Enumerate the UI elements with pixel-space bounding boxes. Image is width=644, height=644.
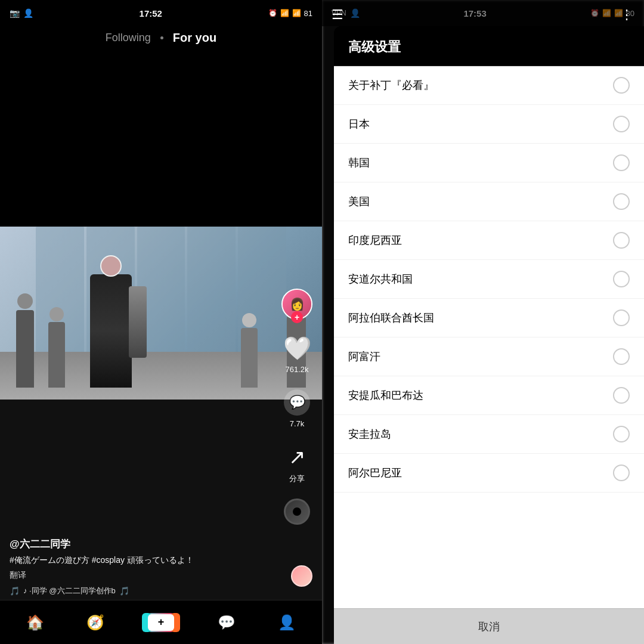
settings-label-2: 韩国 (348, 156, 370, 170)
video-username[interactable]: @六二二同学 (10, 537, 274, 551)
hamburger-menu[interactable]: ☰ (332, 7, 343, 23)
user-avatar-small[interactable] (291, 565, 312, 587)
music-disc (284, 499, 310, 525)
comment-count: 7.7k (290, 419, 305, 428)
left-status-icons: ⏰ 📶 📶 81 (268, 9, 312, 18)
for-you-tab[interactable]: For you (173, 31, 216, 45)
settings-item-4[interactable]: 印度尼西亚 (334, 221, 644, 260)
settings-item-5[interactable]: 安道尔共和国 (334, 260, 644, 299)
settings-label-8: 安提瓜和巴布达 (348, 388, 423, 402)
top-navigation: Following For you (0, 26, 322, 49)
share-button[interactable]: ↗ 分享 (283, 442, 311, 484)
settings-label-6: 阿拉伯联合酋长国 (348, 311, 434, 325)
settings-label-4: 印度尼西亚 (348, 233, 402, 247)
crowd-4 (241, 328, 258, 388)
translate-button[interactable]: 翻译 (10, 570, 274, 581)
radio-btn-5[interactable] (613, 271, 630, 287)
radio-btn-3[interactable] (613, 193, 630, 210)
left-status-left: 📷 👤 (10, 8, 33, 18)
add-button[interactable]: + (147, 613, 175, 632)
settings-label-3: 美国 (348, 194, 370, 209)
user-icon: 👤 (23, 8, 33, 18)
settings-item-2[interactable]: 韩国 (334, 144, 644, 182)
settings-item-8[interactable]: 安提瓜和巴布达 (334, 376, 644, 415)
share-label: 分享 (289, 473, 305, 484)
crowd-head-2 (49, 307, 64, 321)
settings-label-0: 关于补丁『必看』 (348, 78, 434, 92)
music-note-icon: 🎵 (10, 586, 20, 596)
settings-item-7[interactable]: 阿富汗 (334, 338, 644, 376)
modal-footer[interactable]: 取消 (334, 608, 644, 644)
radio-btn-10[interactable] (613, 465, 630, 481)
music-text: ♪ ·同学 @六二二同学创作b (23, 586, 116, 596)
settings-item-9[interactable]: 安圭拉岛 (334, 415, 644, 454)
right-panel: VPN 👤 17:53 ⏰ 📶 📶 80 7ms ✕ 17ms ✕ 5ms ✕ … (322, 0, 644, 644)
left-status-bar: 📷 👤 17:52 ⏰ 📶 📶 81 (0, 0, 322, 26)
heart-icon: 🤍 (283, 334, 311, 363)
settings-label-5: 安道尔共和国 (348, 272, 413, 286)
like-button[interactable]: 🤍 761.2k (283, 334, 311, 374)
cosplay-figure (90, 274, 132, 388)
alarm-icon: ⏰ (268, 9, 277, 17)
camera-icon: 📷 (10, 8, 20, 18)
signal-icon: 📶 (292, 9, 301, 17)
plus-icon: + (148, 614, 174, 631)
home-tab[interactable]: 🏠 (26, 614, 44, 631)
dots-vertical-icon[interactable]: ⋮ (620, 7, 634, 22)
radio-btn-4[interactable] (613, 232, 630, 249)
crowd-head-4 (242, 313, 256, 327)
video-info: @六二二同学 #俺流ゲームの遊び方 #cosplay 頑張っているよ！ 翻译 🎵… (10, 537, 274, 596)
create-tab[interactable]: + (147, 613, 175, 632)
music-note-2: 🎵 (119, 586, 129, 596)
left-panel: 📷 👤 17:52 ⏰ 📶 📶 81 Following For you (0, 0, 322, 644)
bottom-navigation: 🏠 🧭 + 💬 👤 (0, 600, 322, 644)
settings-item-10[interactable]: 阿尔巴尼亚 (334, 454, 644, 493)
radio-btn-9[interactable] (613, 426, 630, 442)
settings-item-1[interactable]: 日本 (334, 105, 644, 144)
radio-btn-1[interactable] (613, 116, 630, 132)
settings-modal: 高级设置 关于补丁『必看』 日本 韩国 美国 (334, 26, 644, 644)
radio-btn-2[interactable] (613, 154, 630, 171)
video-tags[interactable]: #俺流ゲームの遊び方 #cosplay 頑張っているよ！ (10, 555, 274, 566)
video-frame[interactable] (0, 227, 322, 400)
radio-btn-0[interactable] (613, 77, 630, 94)
crowd-2 (48, 322, 65, 388)
modal-list: 关于补丁『必看』 日本 韩国 美国 印度尼西亚 (334, 66, 644, 610)
explore-tab[interactable]: 🧭 (86, 614, 104, 631)
compass-icon: 🧭 (86, 614, 104, 631)
music-row: 🎵 ♪ ·同学 @六二二同学创作b 🎵 (10, 586, 274, 596)
left-time: 17:52 (140, 8, 162, 18)
battery-label: 81 (304, 9, 312, 18)
crowd-head-1 (17, 293, 33, 309)
creator-avatar[interactable]: 👩 + (281, 289, 312, 320)
cosplay-head (100, 255, 122, 277)
profile-icon: 👤 (278, 614, 296, 631)
robot-arm (129, 286, 147, 358)
profile-tab[interactable]: 👤 (278, 614, 296, 631)
follow-plus-icon[interactable]: + (291, 311, 303, 323)
message-icon: 💬 (218, 614, 236, 631)
wifi-icon: 📶 (280, 9, 289, 17)
following-tab[interactable]: Following (106, 32, 151, 44)
inbox-tab[interactable]: 💬 (218, 614, 236, 631)
radio-btn-6[interactable] (613, 309, 630, 326)
crowd-1 (16, 310, 34, 388)
action-buttons: 👩 + 🤍 761.2k 💬 7.7k ↗ 分享 (281, 289, 312, 525)
settings-item-0[interactable]: 关于补丁『必看』 (334, 66, 644, 105)
settings-label-1: 日本 (348, 117, 370, 131)
cancel-button[interactable]: 取消 (478, 620, 500, 634)
comment-button[interactable]: 💬 7.7k (283, 388, 311, 428)
like-count: 761.2k (285, 365, 308, 374)
comment-icon: 💬 (283, 388, 311, 417)
settings-label-7: 阿富汗 (348, 349, 380, 364)
nav-separator (160, 36, 163, 39)
settings-label-10: 阿尔巴尼亚 (348, 466, 402, 480)
radio-btn-8[interactable] (613, 387, 630, 404)
hamburger-icon[interactable]: ☰ (332, 7, 343, 22)
settings-item-3[interactable]: 美国 (334, 182, 644, 221)
modal-header: 高级设置 (334, 26, 644, 66)
settings-item-6[interactable]: 阿拉伯联合酋长国 (334, 299, 644, 338)
share-icon: ↗ (283, 442, 311, 471)
more-menu[interactable]: ⋮ (620, 7, 634, 23)
radio-btn-7[interactable] (613, 348, 630, 365)
